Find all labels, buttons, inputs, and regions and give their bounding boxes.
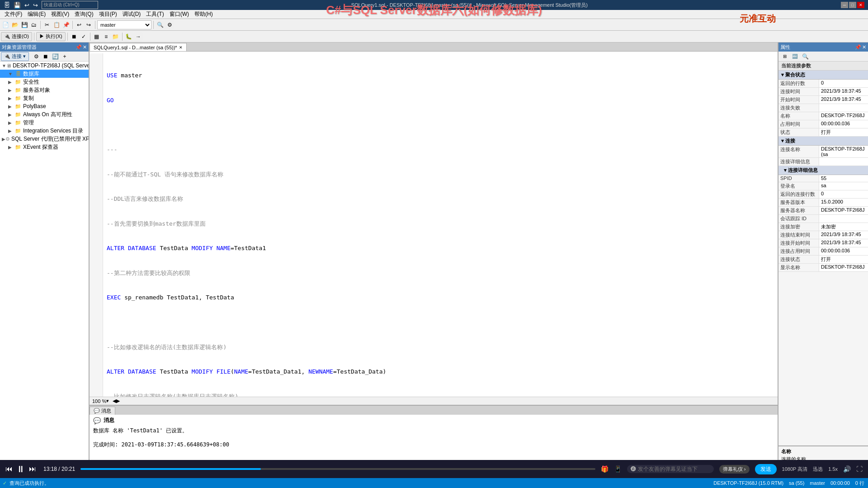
fullscreen-icon[interactable]: ⛶ <box>856 465 863 473</box>
tree-security[interactable]: ▶ 📁 安全性 <box>0 78 89 86</box>
tree-server[interactable]: ▼ 🖥 DESKTOP-TF2I68J (SQL Server 15.0 <box>0 62 89 70</box>
prop-alpha-btn[interactable]: 🔤 <box>790 52 799 61</box>
title-text: SQLQuery1.sql - DESKTOP-TF2I68J.master (… <box>351 2 588 9</box>
editor-scroll-left[interactable]: ◀ <box>113 398 116 404</box>
prop-title-label: 属性 <box>780 44 790 51</box>
debug-btn[interactable]: 🐛 <box>124 32 133 41</box>
menu-edit[interactable]: 编辑(E) <box>25 10 48 19</box>
query-editor[interactable]: USE master GO --- --能不能通过T-SQL 语句来修改数据库名… <box>90 52 778 397</box>
tree-integration-services[interactable]: ▶ 📁 Integration Services 目录 <box>0 127 89 135</box>
databases-icon: 🗄 <box>14 70 22 77</box>
management-label: 管理 <box>23 119 34 127</box>
media-play-icon[interactable]: ⏸ <box>16 464 25 474</box>
execute-btn[interactable]: ▶ 执行(X) <box>36 32 66 41</box>
results-messages-tab[interactable]: 💬 消息 <box>90 407 115 415</box>
step-btn[interactable]: → <box>134 32 143 41</box>
status-user: sa (55) <box>789 480 804 486</box>
menu-project[interactable]: 项目(P) <box>96 10 120 19</box>
quick-access-redo[interactable]: ↪ <box>33 2 38 9</box>
menu-debug[interactable]: 调试(D) <box>120 10 144 19</box>
menu-query[interactable]: 查询(Q) <box>72 10 96 19</box>
save-all-btn[interactable]: 🗂 <box>29 20 38 29</box>
media-prev-icon[interactable]: ⏮ <box>5 465 13 473</box>
restore-btn[interactable]: □ <box>849 2 856 8</box>
tree-alwayson[interactable]: ▶ 📁 Always On 高可用性 <box>0 110 89 118</box>
prop-section-aggregate[interactable]: ▾ 聚合状态 <box>778 71 868 80</box>
redo-btn[interactable]: ↪ <box>84 20 93 29</box>
copy-btn[interactable]: 📋 <box>52 20 61 29</box>
menu-tools[interactable]: 工具(T) <box>143 10 166 19</box>
prop-section-conn-detail[interactable]: ▾ 连接详细信息 <box>778 166 868 175</box>
tree-xevent[interactable]: ▶ 📁 XEvent 探查器 <box>0 143 89 151</box>
prop-row-conn-name: 连接名称 DESKTOP-TF2I68J (sa <box>778 146 868 158</box>
results-grid-btn[interactable]: ▦ <box>92 32 101 41</box>
results-text-btn[interactable]: ≡ <box>102 32 111 41</box>
parse-btn[interactable]: ✓ <box>79 32 88 41</box>
line-numbers <box>90 53 103 397</box>
undo-btn[interactable]: ↩ <box>75 20 84 29</box>
search-btn[interactable]: 🔍 <box>156 20 165 29</box>
connection-expand-icon: ▾ <box>781 138 785 143</box>
oe-pin-icon[interactable]: 📌 <box>75 44 82 50</box>
oe-close-icon[interactable]: ✕ <box>83 44 87 50</box>
status-server: DESKTOP-TF2I68J (15.0 RTM) <box>713 480 783 486</box>
query-tab-close[interactable]: ✕ <box>179 45 183 50</box>
code-area[interactable]: USE master GO --- --能不能通过T-SQL 语句来修改数据库名… <box>103 53 776 397</box>
tree-replication[interactable]: ▶ 📁 复制 <box>0 94 89 102</box>
results-file-btn[interactable]: 📁 <box>111 32 120 41</box>
send-btn[interactable]: 发送 <box>755 464 777 474</box>
volume-icon[interactable]: 🔊 <box>843 465 851 473</box>
code-line-7: --首先需要切换到master数据库里面 <box>107 220 772 228</box>
prop-category-btn[interactable]: ⊞ <box>780 52 789 61</box>
filter-btn[interactable]: ⚙ <box>165 20 174 29</box>
security-label: 安全性 <box>23 78 39 86</box>
gift-icon[interactable]: 🎁 <box>601 465 609 473</box>
save-btn[interactable]: 💾 <box>20 20 29 29</box>
stop-btn[interactable]: ⏹ <box>70 32 79 41</box>
alwayson-label: Always On 高可用性 <box>23 111 72 118</box>
media-next-icon[interactable]: ⏭ <box>29 465 36 473</box>
cut-btn[interactable]: ✂ <box>42 20 52 29</box>
tree-sql-agent[interactable]: ▶ ⚙ SQL Server 代理(已禁用代理 XP) <box>0 135 89 143</box>
screen-icon[interactable]: 📱 <box>614 465 622 473</box>
prop-pin-icon[interactable]: 📌 <box>855 44 861 50</box>
tree-server-objects[interactable]: ▶ 📁 服务器对象 <box>0 86 89 94</box>
danmaku-input[interactable] <box>638 466 710 472</box>
oe-filter-btn[interactable]: ⚙ <box>32 52 41 61</box>
paste-btn[interactable]: 📌 <box>61 20 71 29</box>
oe-connect-btn[interactable]: 🔌 连接 ▾ <box>1 52 29 61</box>
tree-databases[interactable]: ▼ 🗄 数据库 <box>0 70 89 78</box>
menu-file[interactable]: 文件(F) <box>2 10 25 19</box>
open-btn[interactable]: 📂 <box>10 20 19 29</box>
menu-window[interactable]: 窗口(W) <box>167 10 192 19</box>
tree-polybase[interactable]: ▶ 📁 PolyBase <box>0 102 89 110</box>
danmaku-icon: 🅐 <box>631 466 636 472</box>
menu-view[interactable]: 视图(V) <box>48 10 72 19</box>
integration-services-label: Integration Services 目录 <box>23 127 83 135</box>
editor-scroll-right[interactable]: ▶ <box>116 398 120 404</box>
connect-btn[interactable]: 🔌 连接(O) <box>1 32 32 41</box>
new-query-btn[interactable]: 📄 <box>1 20 10 29</box>
editor-zoom-dropdown-icon[interactable]: ▾ <box>106 398 109 404</box>
prop-close-icon[interactable]: ✕ <box>862 44 866 50</box>
gift-礼仪-btn[interactable]: 弹幕礼仪 › <box>719 465 750 474</box>
xevent-icon: 📁 <box>14 143 22 151</box>
quick-access-new[interactable]: 💾 <box>14 2 21 9</box>
oe-refresh-btn[interactable]: 🔄 <box>51 52 60 61</box>
quick-access-undo[interactable]: ↩ <box>24 2 29 9</box>
oe-expand-btn[interactable]: + <box>60 52 69 61</box>
prop-section-connection[interactable]: ▾ 连接 <box>778 137 868 146</box>
prop-row-rows-returned: 返回的行数 0 <box>778 80 868 88</box>
tree-management[interactable]: ▶ 📁 管理 <box>0 118 89 127</box>
oe-toolbar: 🔌 连接 ▾ ⚙ ⏹ 🔄 + <box>0 52 89 62</box>
oe-stop-btn[interactable]: ⏹ <box>41 52 50 61</box>
menu-help[interactable]: 帮助(H) <box>192 10 216 19</box>
replication-expand-icon: ▶ <box>8 96 14 101</box>
close-btn[interactable]: ✕ <box>857 2 864 8</box>
results-tab-bar: 💬 消息 <box>90 406 778 415</box>
quick-access-search-label: 快速启动 (Ctrl+Q) <box>42 1 98 9</box>
query-tab[interactable]: SQLQuery1.sql - D...master (sa (55))* ✕ <box>90 43 187 51</box>
minimize-btn[interactable]: ─ <box>841 2 848 8</box>
code-line-3 <box>107 121 772 129</box>
db-selector[interactable]: master <box>97 20 151 29</box>
